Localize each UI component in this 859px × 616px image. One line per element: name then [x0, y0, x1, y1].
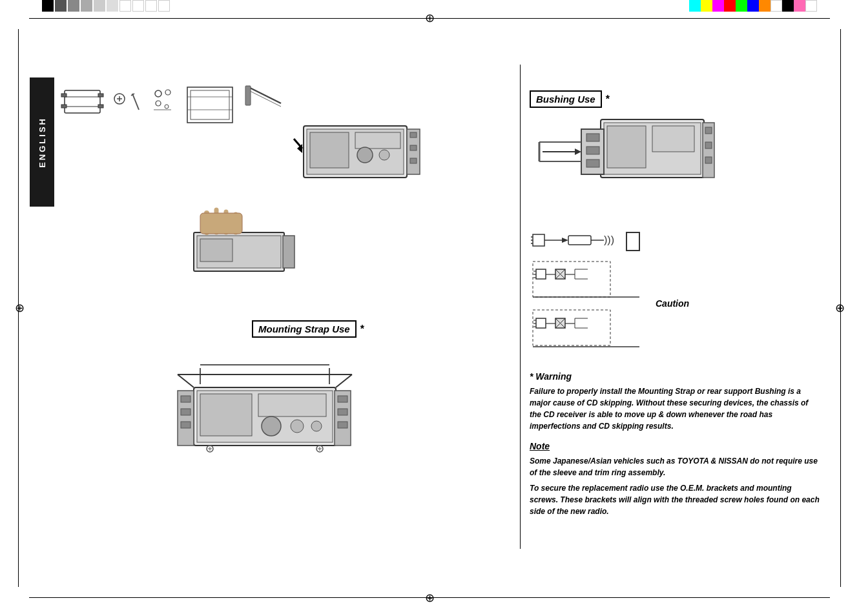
- svg-rect-26: [310, 132, 349, 168]
- column-separator: [520, 65, 521, 549]
- svg-rect-61: [338, 409, 347, 415]
- svg-rect-62: [338, 422, 347, 428]
- mounting-strap-box: Mounting Strap Use: [252, 320, 357, 338]
- svg-rect-74: [607, 126, 646, 168]
- svg-rect-115: [536, 318, 546, 328]
- mounting-strap-label: Mounting Strap Use *: [252, 320, 364, 338]
- svg-rect-6: [98, 105, 103, 108]
- svg-line-22: [249, 90, 281, 107]
- svg-rect-18: [191, 90, 229, 119]
- svg-point-15: [165, 105, 169, 108]
- svg-rect-0: [65, 90, 100, 113]
- svg-marker-95: [562, 238, 568, 243]
- svg-rect-3: [61, 94, 67, 97]
- note-title: Note: [530, 441, 820, 451]
- svg-rect-27: [355, 132, 400, 149]
- bushing-illustration: [536, 107, 717, 203]
- grayscale-squares: [42, 0, 171, 12]
- svg-rect-50: [200, 394, 252, 436]
- bushing-use-box: Bushing Use: [530, 90, 602, 108]
- svg-rect-44: [283, 236, 295, 268]
- svg-line-63: [178, 375, 194, 387]
- svg-rect-38: [200, 239, 233, 262]
- warning-section: * Warning Failure to properly install th…: [530, 371, 820, 517]
- svg-rect-82: [586, 147, 599, 154]
- svg-rect-33: [410, 158, 417, 163]
- svg-point-12: [155, 90, 161, 97]
- svg-point-29: [379, 150, 389, 160]
- svg-line-21: [249, 87, 281, 103]
- svg-rect-56: [181, 396, 191, 402]
- crosshair-bottom-center: ⊕: [423, 591, 436, 604]
- svg-text:))): ))): [604, 234, 614, 245]
- svg-point-54: [311, 421, 322, 431]
- svg-rect-101: [536, 269, 546, 279]
- color-bar-right: [689, 0, 817, 12]
- svg-rect-17: [187, 87, 233, 123]
- svg-rect-96: [568, 236, 591, 245]
- svg-marker-85: [575, 149, 581, 155]
- warning-title: * Warning: [530, 371, 820, 382]
- mounting-strap-asterisk: *: [360, 323, 364, 335]
- crosshair-left-middle: ⊕: [13, 302, 26, 314]
- svg-text:Caution: Caution: [656, 298, 689, 309]
- note-text2: To secure the replacement radio use the …: [530, 482, 820, 517]
- svg-rect-89: [533, 234, 544, 246]
- connector-diagram: ))) Caution: [530, 229, 749, 358]
- svg-rect-32: [410, 145, 417, 150]
- parts-illustration-top: [58, 74, 304, 132]
- svg-point-14: [156, 101, 161, 106]
- svg-rect-31: [410, 132, 417, 138]
- svg-point-28: [357, 147, 373, 163]
- note-text1: Some Japanese/Asian vehicles such as TOY…: [530, 455, 820, 478]
- svg-rect-78: [705, 142, 712, 149]
- illustration-step3: [174, 352, 355, 481]
- svg-line-10: [132, 94, 139, 110]
- svg-rect-79: [705, 157, 712, 163]
- warning-text: Failure to properly install the Mounting…: [530, 385, 820, 432]
- svg-rect-5: [98, 94, 103, 97]
- svg-line-64: [336, 375, 352, 387]
- english-sidebar: ENGLISH: [30, 77, 54, 207]
- svg-rect-58: [181, 422, 191, 428]
- illustration-step2: [174, 200, 304, 291]
- crosshair-right-middle: ⊕: [833, 302, 846, 314]
- bushing-use-label: Bushing Use *: [530, 90, 610, 108]
- svg-rect-23: [245, 86, 251, 105]
- crosshair-top-center: ⊕: [423, 12, 436, 25]
- svg-rect-4: [61, 105, 67, 108]
- svg-rect-99: [626, 232, 639, 251]
- svg-rect-75: [652, 126, 694, 152]
- svg-rect-57: [181, 409, 191, 415]
- svg-point-13: [165, 90, 171, 95]
- svg-rect-60: [338, 396, 347, 402]
- svg-point-53: [291, 420, 304, 433]
- svg-rect-43: [200, 213, 242, 234]
- bushing-asterisk: *: [606, 94, 610, 105]
- svg-rect-77: [705, 127, 712, 134]
- svg-point-52: [262, 416, 281, 436]
- svg-rect-51: [258, 394, 326, 416]
- svg-rect-81: [586, 134, 599, 141]
- english-label: ENGLISH: [37, 117, 47, 168]
- illustration-step1: [291, 100, 439, 197]
- svg-rect-83: [586, 159, 599, 167]
